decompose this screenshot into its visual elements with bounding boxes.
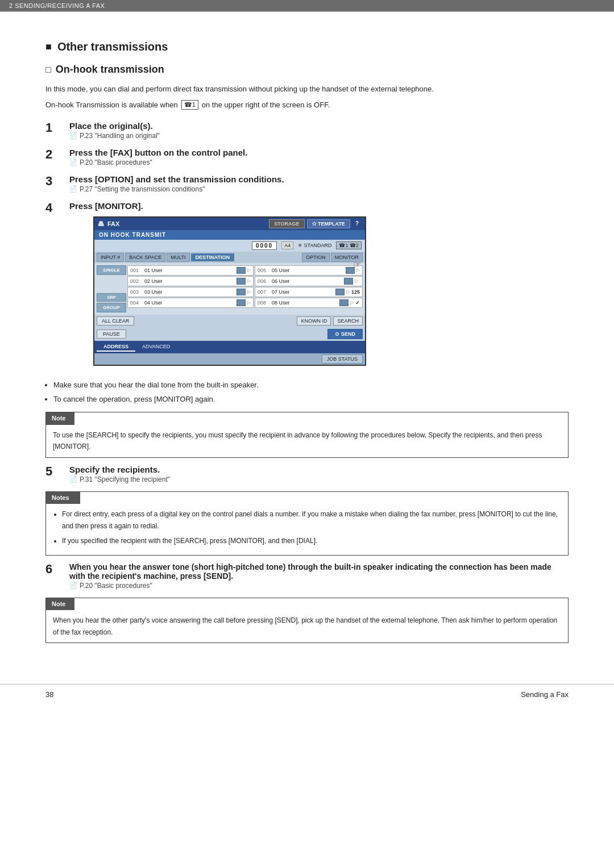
- fax-address-bar: ADDRESS ADVANCED: [94, 341, 365, 353]
- note-box-1-header: Note: [46, 412, 74, 425]
- step-3-title: Press [OPTION] and set the transmission …: [69, 174, 569, 184]
- bullet-item: Make sure that you hear the dial tone fr…: [53, 379, 569, 391]
- storage-button[interactable]: STORAGE: [269, 219, 304, 228]
- fax-right-section: 005 05 User ▷ 006 06 User ▷: [255, 265, 363, 312]
- step-6-number: 6: [45, 562, 61, 576]
- step-6-content: When you hear the answer tone (short hig…: [69, 562, 569, 590]
- fax-bottom-right: KNOWN ID SEARCH: [297, 316, 363, 326]
- note-box-1-content: To use the [SEARCH] to specify the recip…: [46, 425, 568, 457]
- step-6-title: When you hear the answer tone (short hig…: [69, 562, 569, 581]
- step-3-number: 3: [45, 174, 61, 188]
- fax-title-bar: 🖷 FAX STORAGE ✩ TEMPLATE ?: [94, 218, 365, 230]
- fax-screen: 🖷 FAX STORAGE ✩ TEMPLATE ? ON HOOK TRANS…: [93, 216, 366, 366]
- step-2-title: Press the [FAX] button on the control pa…: [69, 148, 569, 157]
- cursor-icon: ☞: [353, 259, 361, 270]
- step-3-ref: P.27 "Setting the transmission condition…: [69, 185, 569, 193]
- user-icon: [339, 299, 349, 306]
- group-button[interactable]: GROUP: [97, 303, 126, 312]
- step-1-content: Place the original(s). P.23 "Handling an…: [69, 121, 569, 140]
- all-clear-button[interactable]: ALL CLEAR: [97, 316, 134, 326]
- step-6-ref: P.20 "Basic procedures": [69, 582, 569, 590]
- fax-bottom-row: ALL CLEAR KNOWN ID SEARCH: [94, 315, 365, 327]
- footer-page-num: 38: [45, 690, 53, 699]
- single-button[interactable]: SINGLE: [97, 265, 126, 275]
- step-4-content: Press [MONITOR]. 🖷 FAX STORAGE ✩ TEMPLAT…: [69, 201, 569, 372]
- footer-page-label: Sending a Fax: [521, 690, 569, 699]
- fax-users-left: 001 01 User ▷ 002 02 User ▷ 003: [126, 265, 255, 312]
- fax-num-display: 0000: [252, 241, 277, 250]
- monitor-icon: ☎1: [181, 100, 198, 110]
- step4-bullets: Make sure that you hear the dial tone fr…: [53, 379, 569, 406]
- notes-box-1-header: Notes: [46, 492, 80, 504]
- step-2: 2 Press the [FAX] button on the control …: [45, 148, 569, 166]
- fax-user-row: 003 03 User ▷: [127, 287, 254, 297]
- step-2-ref: P.20 "Basic procedures": [69, 158, 569, 166]
- option-button[interactable]: OPTION: [302, 253, 330, 262]
- input-hash-button[interactable]: INPUT #: [97, 253, 124, 262]
- step-1-title: Place the original(s).: [69, 121, 569, 131]
- fax-title-text: FAX: [107, 220, 119, 227]
- step-3-content: Press [OPTION] and set the transmission …: [69, 174, 569, 193]
- fax-nav-row: INPUT # BACK SPACE MULTI DESTINATION OPT…: [94, 252, 365, 263]
- fax-left-col: SINGLE GRP GROUP: [97, 265, 126, 312]
- notes-box-1: Notes For direct entry, each press of a …: [45, 491, 569, 556]
- fax-icon: 🖷: [98, 220, 104, 227]
- pause-button[interactable]: PAUSE: [97, 329, 126, 339]
- search-button[interactable]: SEARCH: [333, 316, 363, 326]
- note-box-2-content: When you hear the other party's voice an…: [46, 610, 568, 642]
- job-status-button[interactable]: JOB STATUS: [322, 354, 363, 364]
- send-button[interactable]: ⊙ SEND: [327, 329, 363, 339]
- fax-handset: ☎1 ☎2: [336, 241, 362, 249]
- note-box-2: Note When you hear the other party's voi…: [45, 598, 569, 643]
- back-space-button[interactable]: BACK SPACE: [125, 253, 165, 262]
- grp-button[interactable]: GRP: [97, 293, 126, 302]
- step-3: 3 Press [OPTION] and set the transmissio…: [45, 174, 569, 193]
- section-title: Other transmissions: [45, 40, 569, 53]
- template-button[interactable]: ✩ TEMPLATE: [307, 219, 350, 228]
- multi-button[interactable]: MULTI: [167, 253, 189, 262]
- destination-button[interactable]: DESTINATION: [191, 253, 234, 261]
- avail-prefix: On-hook Transmission is available when: [45, 101, 178, 109]
- step-1-number: 1: [45, 121, 61, 135]
- fax-user-row: 002 02 User ▷: [127, 276, 254, 286]
- top-divider: [0, 11, 614, 12]
- address-button[interactable]: ADDRESS: [97, 343, 135, 352]
- fax-user-row: 005 05 User ▷: [255, 265, 363, 276]
- advanced-button[interactable]: ADVANCED: [135, 343, 177, 352]
- fax-title-right: STORAGE ✩ TEMPLATE ?: [269, 219, 362, 228]
- main-content: Other transmissions On-hook transmission…: [0, 23, 614, 684]
- user-icon: [237, 278, 246, 285]
- fax-user-row: 001 01 User ▷: [127, 265, 254, 276]
- step-5-content: Specify the recipients. P.31 "Specifying…: [69, 465, 569, 483]
- monitor-button[interactable]: MONITOR ☞: [331, 253, 363, 262]
- top-bar-label: 2 SENDING/RECEIVING A FAX: [9, 2, 105, 9]
- fax-main-area: SINGLE GRP GROUP 001 01 User ▷: [94, 263, 365, 315]
- notes-item: If you specified the recipient with the …: [62, 535, 561, 546]
- user-icon: [335, 289, 345, 295]
- user-icon: [237, 289, 246, 295]
- step-2-content: Press the [FAX] button on the control pa…: [69, 148, 569, 166]
- subsection-title-text: On-hook transmission: [56, 64, 164, 76]
- avail-text: On-hook Transmission is available when ☎…: [45, 100, 569, 110]
- fax-sub-bar-text: ON HOOK TRANSMIT: [99, 232, 166, 238]
- fax-user-row: 006 06 User ▷: [255, 276, 363, 286]
- step-1-ref: P.23 "Handling an original": [69, 132, 569, 140]
- step-2-number: 2: [45, 148, 61, 161]
- subsection-title: On-hook transmission: [45, 64, 569, 76]
- step-5-ref: P.31 "Specifying the recipient": [69, 475, 569, 483]
- fax-jobstatus-bar: JOB STATUS: [94, 353, 365, 365]
- avail-suffix: on the upper right of the screen is OFF.: [202, 101, 330, 109]
- step-6: 6 When you hear the answer tone (short h…: [45, 562, 569, 590]
- known-id-button[interactable]: KNOWN ID: [297, 316, 331, 326]
- top-bar: 2 SENDING/RECEIVING A FAX: [0, 0, 614, 11]
- question-button[interactable]: ?: [352, 219, 362, 228]
- fax-standard: ✳ STANDARD: [298, 243, 331, 248]
- step-5: 5 Specify the recipients. P.31 "Specifyi…: [45, 465, 569, 483]
- step-4-number: 4: [45, 201, 61, 215]
- step-5-title: Specify the recipients.: [69, 465, 569, 474]
- section-title-text: Other transmissions: [57, 40, 168, 53]
- fax-user-row: 004 04 User ▷: [127, 298, 254, 308]
- notes-item: For direct entry, each press of a digita…: [62, 508, 561, 532]
- note-box-1: Note To use the [SEARCH] to specify the …: [45, 412, 569, 457]
- user-icon: [237, 299, 246, 306]
